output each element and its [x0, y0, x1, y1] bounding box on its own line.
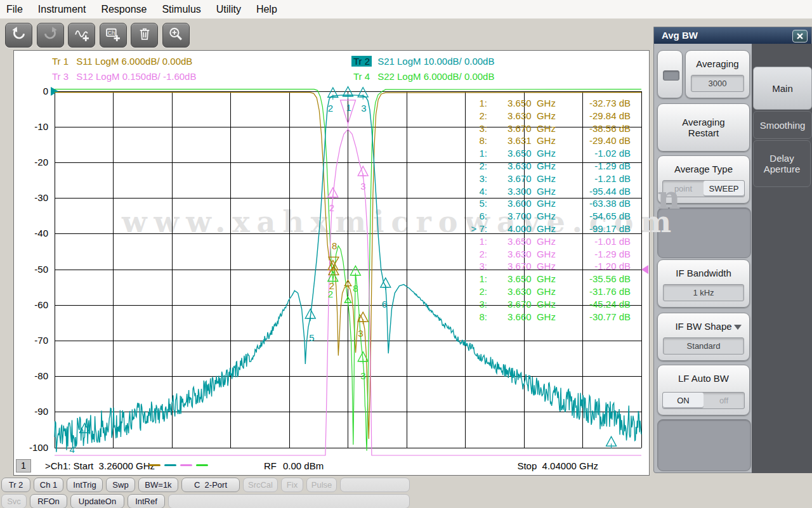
- marker-table-row: 1:3.650 GHz-32.73 dB: [458, 97, 631, 109]
- svg-text:2: 2: [328, 289, 333, 299]
- averaging-toggle-button[interactable]: [657, 50, 683, 98]
- marker-table-row: 2:3.630 GHz-1.29 dB: [458, 248, 631, 260]
- trace-format-label: S12 LogM 0.150dB/ -1.60dB: [76, 71, 196, 82]
- ref-level-indicator-tr3[interactable]: [641, 265, 648, 274]
- tab-main[interactable]: Main: [753, 67, 812, 110]
- marker-number: 1:: [458, 97, 487, 109]
- menu-item-stimulus[interactable]: Stimulus: [162, 4, 200, 15]
- trace-format-label: S11 LogM 6.000dB/ 0.00dB: [76, 56, 192, 67]
- svg-text:3: 3: [360, 181, 365, 192]
- marker-frequency: 3.630 GHz: [487, 160, 576, 172]
- if-bandwidth-button[interactable]: IF Bandwidth 1 kHz: [657, 259, 750, 308]
- panel-tab-column: Main Smoothing Delay Aperture: [752, 44, 812, 473]
- vna-application: FileInstrumentResponseStimulusUtilityHel…: [0, 0, 812, 508]
- marker-number: 3:: [458, 122, 487, 134]
- marker-frequency: 3.650 GHz: [487, 97, 576, 109]
- marker-table-row: > 7:4.000 GHz-99.17 dB: [458, 223, 631, 235]
- if-bw-shape-value[interactable]: Standard: [663, 337, 744, 355]
- tab-delay-aperture[interactable]: Delay Aperture: [753, 140, 811, 187]
- status-button-svc[interactable]: Svc: [1, 494, 27, 508]
- stimulus-start-label[interactable]: >Ch1: Start 3.26000 GHz: [45, 460, 155, 471]
- marker-table-row: 5:3.600 GHz-63.38 dB: [458, 197, 631, 209]
- status-button-srccal[interactable]: SrcCal: [243, 478, 278, 492]
- add-channel-button[interactable]: Ch: [100, 23, 127, 48]
- trace-format-label: S22 LogM 6.000dB/ 0.00dB: [377, 71, 494, 82]
- legend-dash-tr4: [196, 464, 208, 466]
- undo-icon: [11, 26, 27, 44]
- add-trace-button[interactable]: [68, 23, 95, 48]
- averaging-value[interactable]: 3000: [691, 75, 744, 92]
- avg-bw-panel: Avg BW Main Smoothing Delay Aperture Ave…: [653, 27, 812, 473]
- y-axis-tick-label: -50: [19, 264, 48, 275]
- rf-label: RF: [264, 460, 277, 471]
- marker-number: 8:: [458, 311, 487, 323]
- status-button-rfon[interactable]: RFOn: [30, 494, 67, 508]
- marker-number: 8:: [458, 134, 487, 147]
- undo-button[interactable]: [5, 23, 32, 48]
- averaging-restart-label: Averaging Restart: [669, 117, 738, 138]
- close-icon[interactable]: [792, 30, 808, 42]
- status-button-pulse[interactable]: Pulse: [306, 478, 337, 492]
- average-type-sweep-option[interactable]: SWEEP: [704, 181, 744, 197]
- marker-number: 4:: [458, 185, 487, 197]
- marker-6-s21[interactable]: 6: [381, 278, 391, 309]
- trace-id[interactable]: Tr 1: [50, 56, 70, 67]
- if-bw-shape-button[interactable]: IF BW Shape Standard: [657, 313, 750, 361]
- lf-auto-bw-segmented[interactable]: ON off: [662, 392, 745, 409]
- marker-value: -30.77 dB: [576, 311, 631, 323]
- redo-button: [37, 23, 64, 48]
- menu-item-file[interactable]: File: [6, 4, 23, 15]
- stimulus-stop-label[interactable]: Stop 4.04000 GHz: [502, 460, 598, 471]
- trace-id[interactable]: Tr 3: [50, 71, 70, 82]
- marker-3-s12[interactable]: 3: [358, 166, 368, 192]
- redo-icon: [42, 26, 58, 44]
- trace-header-tr2[interactable]: Tr 2S21 LogM 10.00dB/ 0.00dB: [351, 56, 494, 67]
- marker-table-row: 3:3.670 GHz-45.24 dB: [458, 298, 631, 310]
- marker-table-row: 2:3.630 GHz-1.29 dB: [458, 160, 631, 172]
- svg-text:8: 8: [332, 240, 337, 251]
- status-button-empty-4: [168, 494, 410, 508]
- averaging-button[interactable]: Averaging 3000: [685, 50, 750, 98]
- menu-item-utility[interactable]: Utility: [216, 4, 241, 15]
- marker-7-s21[interactable]: [606, 436, 617, 448]
- marker-frequency: 3.300 GHz: [487, 185, 576, 197]
- menu-item-help[interactable]: Help: [256, 4, 277, 15]
- status-button-tr-2[interactable]: Tr 2: [1, 478, 30, 492]
- status-button-ch-1[interactable]: Ch 1: [34, 478, 63, 492]
- if-bandwidth-value[interactable]: 1 kHz: [663, 284, 744, 301]
- trace-header-tr3[interactable]: Tr 3S12 LogM 0.150dB/ -1.60dB: [50, 71, 196, 82]
- marker-frequency: 3.630 GHz: [487, 110, 576, 122]
- trace-header-tr1[interactable]: Tr 1S11 LogM 6.000dB/ 0.00dB: [50, 56, 192, 67]
- status-button-c-2-port[interactable]: C 2-Port: [181, 478, 240, 492]
- svg-text:2: 2: [329, 202, 334, 213]
- tab-smoothing[interactable]: Smoothing: [753, 111, 812, 139]
- lf-auto-bw-on-option[interactable]: ON: [663, 393, 704, 408]
- marker-2-s12[interactable]: 2: [328, 188, 338, 213]
- trace-id[interactable]: Tr 2: [351, 56, 372, 67]
- status-button-bw=1k[interactable]: BW=1k: [138, 478, 178, 492]
- lf-auto-bw-off-option[interactable]: off: [704, 393, 744, 408]
- trace-id[interactable]: Tr 4: [351, 71, 372, 82]
- delete-button[interactable]: [131, 23, 158, 48]
- averaging-restart-button[interactable]: Averaging Restart: [657, 103, 750, 152]
- rf-power-value[interactable]: 0.00 dBm: [283, 460, 324, 471]
- zoom-button[interactable]: [162, 23, 190, 48]
- status-button-fix[interactable]: Fix: [281, 478, 303, 492]
- marker-frequency: 3.670 GHz: [487, 173, 576, 185]
- status-button-intref[interactable]: IntRef: [128, 494, 165, 508]
- menu-item-response[interactable]: Response: [101, 4, 147, 15]
- lf-auto-bw-button[interactable]: LF Auto BW ON off: [657, 365, 750, 415]
- trace-header-tr4[interactable]: Tr 4S22 LogM 6.000dB/ 0.00dB: [351, 71, 494, 82]
- status-button-inttrig[interactable]: IntTrig: [67, 478, 103, 492]
- status-button-swp[interactable]: Swp: [106, 478, 135, 492]
- menu-item-instrument[interactable]: Instrument: [38, 4, 86, 15]
- channel-number-badge[interactable]: 1: [16, 459, 31, 472]
- status-button-updateon[interactable]: UpdateOn: [70, 494, 124, 508]
- trace-format-label: S21 LogM 10.00dB/ 0.00dB: [377, 56, 494, 67]
- y-axis-tick-label: -80: [19, 370, 48, 381]
- marker-table-row: 2:3.630 GHz-31.76 dB: [458, 285, 631, 297]
- status-bar-row-1: Tr 2Ch 1IntTrigSwpBW=1kC 2-PortSrcCalFix…: [1, 478, 413, 492]
- marker-table-row: 3:3.670 GHz-38.56 dB: [458, 122, 631, 134]
- y-axis-tick-label: -100: [19, 442, 48, 453]
- marker-number: 5:: [458, 197, 487, 209]
